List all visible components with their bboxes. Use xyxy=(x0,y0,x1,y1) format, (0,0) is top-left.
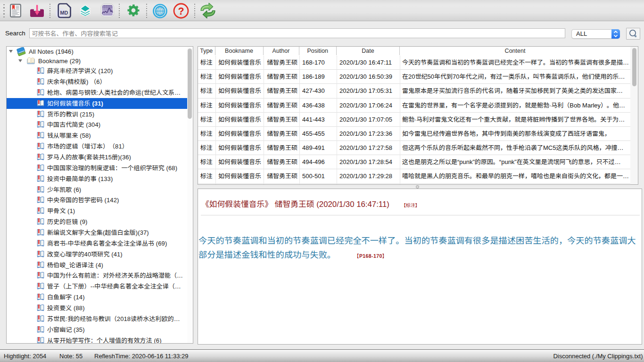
svg-text:?: ? xyxy=(178,6,184,17)
svg-text:MD: MD xyxy=(60,9,68,15)
